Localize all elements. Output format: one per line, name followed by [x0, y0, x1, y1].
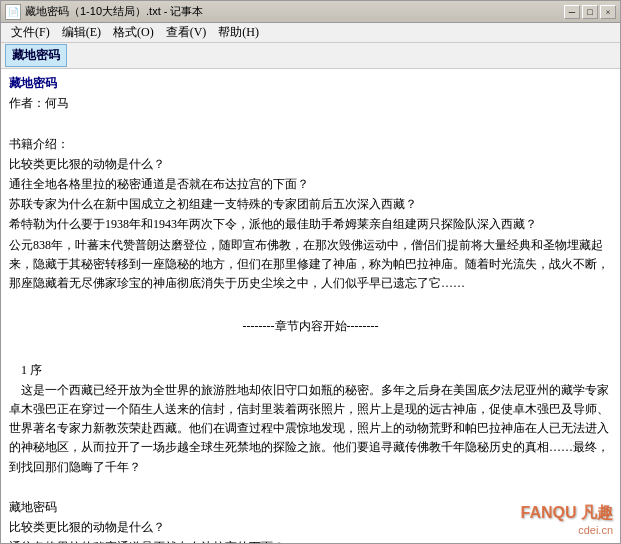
line-author: 作者：何马 — [9, 94, 612, 113]
maximize-button[interactable]: □ — [582, 5, 598, 19]
line-chapter1-text: 这是一个西藏已经开放为全世界的旅游胜地却依旧守口如瓶的秘密。多年之后身在美国底夕… — [9, 381, 612, 477]
line-desc1: 公元838年，叶蕃末代赞普朗达磨登位，随即宣布佛教，在那次毁佛运动中，僧侣们提前… — [9, 236, 612, 294]
toolbar-title: 藏地密码 — [5, 44, 67, 67]
line-blank4 — [9, 478, 612, 497]
line-q3: 苏联专家为什么在新中国成立之初组建一支特殊的专家团前后五次深入西藏？ — [9, 195, 612, 214]
line-q2-1: 比较类更比狠的动物是什么？ — [9, 518, 612, 537]
line-q4: 希特勒为什么要于1938年和1943年两次下令，派他的最佳助手希姆莱亲自组建两只… — [9, 215, 612, 234]
main-window: 📄 藏地密码（1-10大结局）.txt - 记事本 ─ □ × 文件(F) 编辑… — [0, 0, 621, 544]
menu-edit[interactable]: 编辑(E) — [56, 22, 107, 43]
line-q2: 通往全地各格里拉的秘密通道是否就在布达拉宫的下面？ — [9, 175, 612, 194]
menu-format[interactable]: 格式(O) — [107, 22, 160, 43]
title-bar-left: 📄 藏地密码（1-10大结局）.txt - 记事本 — [5, 4, 203, 20]
content-area: 藏地密码 作者：何马 书籍介绍： 比较类更比狠的动物是什么？ 通往全地各格里拉的… — [1, 69, 620, 543]
text-content[interactable]: 藏地密码 作者：何马 书籍介绍： 比较类更比狠的动物是什么？ 通往全地各格里拉的… — [1, 69, 620, 543]
line-title: 藏地密码 — [9, 74, 612, 93]
title-bar: 📄 藏地密码（1-10大结局）.txt - 记事本 ─ □ × — [1, 1, 620, 23]
line-divider: --------章节内容开始-------- — [9, 317, 612, 336]
menu-bar: 文件(F) 编辑(E) 格式(O) 查看(V) 帮助(H) — [1, 23, 620, 43]
line-blank1 — [9, 114, 612, 133]
menu-file[interactable]: 文件(F) — [5, 22, 56, 43]
menu-help[interactable]: 帮助(H) — [212, 22, 265, 43]
line-blank2 — [9, 294, 612, 313]
line-blank3 — [9, 340, 612, 359]
window-title: 藏地密码（1-10大结局）.txt - 记事本 — [25, 4, 203, 19]
window-controls: ─ □ × — [564, 5, 616, 19]
app-icon: 📄 — [5, 4, 21, 20]
line-chapter1: 1 序 — [9, 361, 612, 380]
line-subtitle2: 藏地密码 — [9, 498, 612, 517]
close-button[interactable]: × — [600, 5, 616, 19]
line-q2-2: 通往各格里拉的秘密通道是否就在布达拉宫的下面？ — [9, 538, 612, 543]
minimize-button[interactable]: ─ — [564, 5, 580, 19]
line-intro-header: 书籍介绍： — [9, 135, 612, 154]
menu-view[interactable]: 查看(V) — [160, 22, 213, 43]
line-q1: 比较类更比狠的动物是什么？ — [9, 155, 612, 174]
toolbar: 藏地密码 — [1, 43, 620, 69]
